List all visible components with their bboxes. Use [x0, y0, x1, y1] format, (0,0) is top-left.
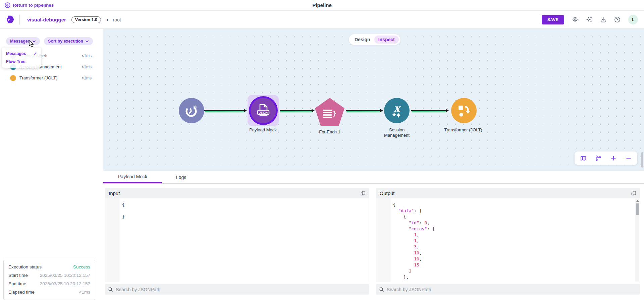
chevron-down-icon	[85, 40, 89, 43]
inspector-tab-bar: Payload MockLogs	[103, 171, 644, 184]
canvas-scrollbar-thumb[interactable]	[641, 152, 643, 168]
copy-icon[interactable]	[631, 190, 637, 196]
code-content: "id": 0,	[390, 220, 430, 225]
search-icon	[108, 287, 113, 292]
svg-text:JSON: JSON	[259, 111, 268, 114]
code-content: 1,	[390, 232, 419, 237]
breadcrumb: root	[113, 17, 121, 22]
sort-dropdown-button[interactable]: Sort by execution	[44, 37, 93, 45]
zoom-in-icon[interactable]	[610, 155, 616, 161]
output-jsonpath-search[interactable]	[387, 287, 637, 292]
code-line: 1▼{	[376, 201, 640, 207]
ai-sparkles-icon[interactable]	[586, 16, 592, 23]
status-label: Elapsed time	[8, 290, 35, 295]
settings-gear-icon[interactable]	[572, 16, 578, 23]
execution-item-duration: <1ms	[82, 76, 92, 80]
node-session-management[interactable]: x	[384, 98, 410, 123]
inspect-mode-button[interactable]: Inspect	[374, 36, 399, 44]
execution-list-item[interactable]: •Transformer (JOLT)<1ms	[0, 72, 103, 83]
pipeline-name: visual-debugger	[27, 17, 66, 22]
download-icon[interactable]	[600, 16, 606, 23]
node-label-for-each: For Each 1	[303, 129, 357, 135]
code-content: "data": [	[390, 208, 422, 213]
execution-status-card: Execution statusSuccessStart time2025/03…	[3, 260, 95, 300]
status-value: 2025/03/25 10:20:12.157	[40, 273, 90, 278]
version-badge[interactable]: Version 1.0	[71, 16, 101, 23]
edge-session-to-transformer	[411, 110, 446, 111]
node-trigger[interactable]: n	[179, 98, 204, 123]
node-payload-mock[interactable]: JSON	[251, 98, 276, 123]
code-line: 1▼{	[105, 201, 369, 207]
return-to-pipelines-link[interactable]: Return to pipelines	[5, 2, 54, 8]
input-search-bar	[105, 284, 369, 295]
code-line: 4 "id": 0,	[376, 220, 640, 226]
for-each-list-icon: }	[323, 110, 336, 118]
dropdown-option-messages[interactable]: Messages✓	[2, 50, 41, 58]
svg-text:x: x	[394, 103, 401, 114]
code-line: 9 10,	[376, 250, 640, 256]
status-label: Start time	[8, 273, 28, 278]
status-row: Elapsed time<1ms	[8, 288, 90, 296]
code-line: 12 ]	[376, 268, 640, 274]
code-line: 3}	[105, 213, 369, 220]
code-line: 10 10,	[376, 256, 640, 262]
view-mode-dropdown-button[interactable]: Messages	[6, 37, 40, 45]
save-button[interactable]: SAVE	[542, 15, 564, 24]
node-label-transformer-jolt: Transformer (JOLT)	[436, 127, 490, 133]
code-line: 13 },	[376, 274, 640, 280]
code-line: 7 1,	[376, 238, 640, 244]
status-value: <1ms	[79, 290, 90, 295]
header-divider	[19, 15, 20, 25]
status-label: End time	[8, 281, 26, 286]
status-value: 2025/03/25 10:20:12.157	[40, 281, 90, 286]
tab-payload-mock[interactable]: Payload Mock	[103, 171, 162, 183]
node-transformer-jolt[interactable]	[451, 98, 477, 123]
top-bar: Return to pipelines Pipeline	[0, 0, 644, 11]
check-icon: ✓	[34, 51, 37, 56]
status-row: End time2025/03/25 10:20:12.157	[8, 280, 90, 288]
status-value: Success	[73, 264, 90, 269]
edge-foreach-to-session	[346, 110, 380, 111]
sort-label: Sort by execution	[48, 39, 83, 44]
help-icon[interactable]	[614, 16, 621, 23]
zoom-out-icon[interactable]	[626, 155, 632, 161]
output-scrollbar-thumb[interactable]	[636, 203, 639, 215]
code-line: 8 3,	[376, 244, 640, 250]
output-panel-title: Output	[380, 190, 395, 196]
dropdown-option-flow-tree[interactable]: Flow Tree	[2, 58, 41, 66]
pipeline-canvas[interactable]: Design Inspect n	[103, 29, 644, 171]
code-content: {	[390, 202, 396, 207]
code-line: 3▼ {	[376, 213, 640, 220]
code-content: 15	[390, 262, 419, 267]
view-mode-label: Messages	[10, 39, 30, 44]
output-scrollbar	[635, 199, 639, 282]
code-line: 5▼ "coins": [	[376, 226, 640, 232]
session-variable-icon: x	[389, 103, 404, 118]
input-jsonpath-search[interactable]	[116, 287, 366, 292]
user-avatar[interactable]: L	[628, 15, 638, 24]
status-label: Execution status	[8, 264, 42, 269]
input-panel-title: Input	[109, 190, 120, 196]
header-bar: visual-debugger Version 1.0 › root SAVE …	[0, 11, 644, 29]
node-label-payload-mock: Payload Mock	[236, 127, 290, 133]
node-for-each[interactable]: }	[315, 98, 344, 126]
code-content: },	[390, 274, 409, 280]
output-search-bar	[376, 284, 640, 295]
scrollbar-up-arrow[interactable]	[636, 200, 639, 202]
transformer-node-icon: •	[10, 75, 16, 81]
input-code-editor[interactable]: 1▼{23}	[105, 198, 369, 282]
design-mode-button[interactable]: Design	[351, 36, 374, 44]
output-panel-header: Output	[376, 188, 640, 198]
minimap-icon[interactable]	[580, 155, 586, 161]
execution-item-name: Transformer (JOLT)	[19, 75, 57, 80]
code-content: "coins": [	[390, 226, 435, 231]
output-code-editor[interactable]: 1▼{2▼ "data": [3▼ {4 "id": 0,5▼ "coins":…	[376, 198, 640, 282]
editor-gutter	[376, 198, 390, 282]
code-content: 3,	[390, 244, 419, 249]
canvas-controls	[575, 151, 637, 165]
copy-icon[interactable]	[360, 190, 366, 196]
edge-trigger-to-payload	[204, 110, 244, 111]
tab-logs[interactable]: Logs	[162, 171, 201, 183]
auto-layout-icon[interactable]	[595, 155, 601, 161]
code-content: ]	[390, 268, 412, 273]
